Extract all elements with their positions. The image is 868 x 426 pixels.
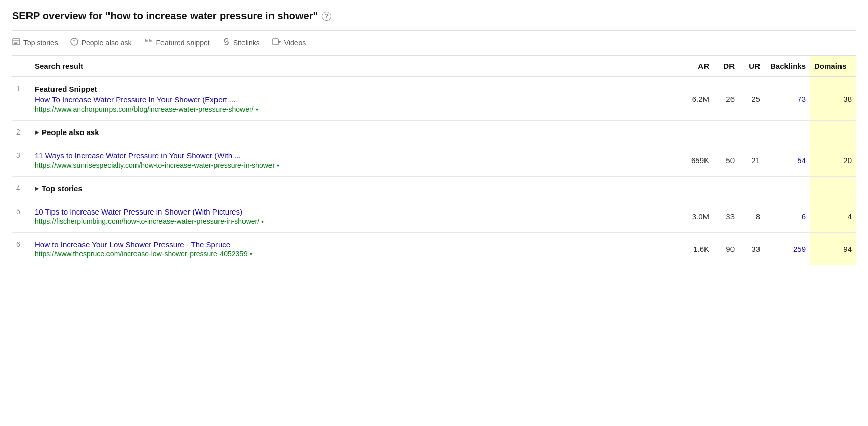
cell-backlinks[interactable]: 54	[764, 144, 810, 177]
page-title-text: SERP overview for "how to increase water…	[12, 10, 318, 22]
cell-ar: 1.6K	[672, 233, 713, 265]
feature-top-stories-label: Top stories	[23, 39, 58, 47]
cell-dr	[713, 177, 739, 200]
col-header-domains: Domains	[810, 56, 856, 77]
result-cell: ▶People also ask	[31, 121, 672, 144]
featured-snippet-icon: ❝❝	[144, 38, 153, 48]
col-header-backlinks: Backlinks	[764, 56, 810, 77]
cell-ar: 3.0M	[672, 200, 713, 233]
cell-dr: 26	[713, 77, 739, 121]
result-cell: Featured SnippetHow To Increase Water Pr…	[31, 77, 672, 121]
feature-videos-label: Videos	[284, 39, 306, 47]
svg-text:❝❝: ❝❝	[144, 38, 152, 46]
top-stories-icon	[12, 38, 20, 48]
cell-ur	[739, 121, 764, 144]
help-icon[interactable]: ?	[322, 12, 331, 21]
page-title: SERP overview for "how to increase water…	[12, 10, 856, 31]
table-row: 4▶Top stories	[12, 177, 856, 200]
result-link[interactable]: 10 Tips to Increase Water Pressure in Sh…	[35, 207, 668, 216]
cell-domains	[810, 177, 856, 200]
result-cell: ▶Top stories	[31, 177, 672, 200]
feature-sitelinks-label: Sitelinks	[233, 39, 260, 47]
result-url: https://www.anchorpumps.com/blog/increas…	[35, 105, 668, 113]
svg-text:?: ?	[73, 39, 75, 45]
url-dropdown-icon[interactable]: ▾	[250, 251, 252, 257]
table-header-row: Search result AR DR UR Backlinks Domains	[12, 56, 856, 77]
col-header-ar: AR	[672, 56, 713, 77]
cell-ur	[739, 177, 764, 200]
svg-rect-0	[13, 39, 20, 45]
cell-domains	[810, 121, 856, 144]
cell-ar	[672, 121, 713, 144]
url-dropdown-icon[interactable]: ▾	[256, 107, 258, 112]
table-row: 510 Tips to Increase Water Pressure in S…	[12, 200, 856, 233]
videos-icon	[272, 38, 281, 47]
cell-domains: 94	[810, 233, 856, 265]
cell-backlinks[interactable]: 73	[764, 77, 810, 121]
feature-people-also-ask[interactable]: ? People also ask	[70, 38, 132, 48]
row-number: 5	[12, 200, 31, 233]
result-link[interactable]: 11 Ways to Increase Water Pressure in Yo…	[35, 151, 668, 160]
cell-backlinks	[764, 121, 810, 144]
backlinks-link[interactable]: 6	[802, 212, 806, 221]
result-cell: 11 Ways to Increase Water Pressure in Yo…	[31, 144, 672, 177]
table-row: 311 Ways to Increase Water Pressure in Y…	[12, 144, 856, 177]
special-row-label-text: People also ask	[42, 128, 99, 137]
feature-top-stories[interactable]: Top stories	[12, 38, 58, 48]
row-number: 3	[12, 144, 31, 177]
col-header-ur: UR	[739, 56, 764, 77]
feature-people-also-ask-label: People also ask	[82, 39, 132, 47]
feature-featured-snippet[interactable]: ❝❝ Featured snippet	[144, 38, 210, 48]
top-stories-row[interactable]: ▶Top stories	[35, 184, 668, 193]
result-url: https://www.thespruce.com/increase-low-s…	[35, 250, 668, 258]
cell-ur: 33	[739, 233, 764, 265]
col-header-dr: DR	[713, 56, 739, 77]
svg-line-7	[225, 41, 227, 43]
cell-domains: 4	[810, 200, 856, 233]
feature-sitelinks[interactable]: Sitelinks	[222, 38, 260, 48]
cell-ar	[672, 177, 713, 200]
featured-snippet-label: Featured Snippet	[35, 85, 668, 93]
expand-icon: ▶	[35, 129, 39, 135]
cell-dr: 33	[713, 200, 739, 233]
cell-ar: 6.2M	[672, 77, 713, 121]
row-number: 6	[12, 233, 31, 265]
result-url: https://www.sunrisespecialty.com/how-to-…	[35, 161, 668, 169]
cell-backlinks[interactable]: 6	[764, 200, 810, 233]
svg-rect-8	[273, 39, 278, 45]
people-also-ask-row[interactable]: ▶People also ask	[35, 128, 668, 137]
col-header-result: Search result	[31, 56, 672, 77]
table-row: 1Featured SnippetHow To Increase Water P…	[12, 77, 856, 121]
result-cell: How to Increase Your Low Shower Pressure…	[31, 233, 672, 265]
row-number: 4	[12, 177, 31, 200]
result-link[interactable]: How to Increase Your Low Shower Pressure…	[35, 240, 668, 249]
col-header-num	[12, 56, 31, 77]
special-row-label-text: Top stories	[42, 184, 83, 193]
cell-backlinks[interactable]: 259	[764, 233, 810, 265]
people-also-ask-icon: ?	[70, 38, 78, 48]
cell-dr: 50	[713, 144, 739, 177]
cell-domains: 38	[810, 77, 856, 121]
sitelinks-icon	[222, 38, 230, 48]
url-dropdown-icon[interactable]: ▾	[261, 219, 264, 224]
expand-icon: ▶	[35, 185, 39, 191]
backlinks-link[interactable]: 54	[797, 156, 806, 165]
url-dropdown-icon[interactable]: ▾	[277, 163, 279, 168]
backlinks-link[interactable]: 73	[797, 95, 806, 103]
cell-ar: 659K	[672, 144, 713, 177]
cell-dr	[713, 121, 739, 144]
backlinks-link[interactable]: 259	[793, 245, 806, 253]
row-number: 1	[12, 77, 31, 121]
feature-videos[interactable]: Videos	[272, 38, 306, 47]
features-bar: Top stories ? People also ask ❝❝ Feature…	[12, 31, 856, 56]
feature-featured-snippet-label: Featured snippet	[156, 39, 210, 47]
cell-backlinks	[764, 177, 810, 200]
table-row: 2▶People also ask	[12, 121, 856, 144]
cell-dr: 90	[713, 233, 739, 265]
cell-domains: 20	[810, 144, 856, 177]
table-row: 6How to Increase Your Low Shower Pressur…	[12, 233, 856, 265]
result-link[interactable]: How To Increase Water Pressure In Your S…	[35, 95, 668, 104]
result-url: https://fischerplumbing.com/how-to-incre…	[35, 217, 668, 225]
results-table: Search result AR DR UR Backlinks Domains…	[12, 56, 856, 265]
result-cell: 10 Tips to Increase Water Pressure in Sh…	[31, 200, 672, 233]
